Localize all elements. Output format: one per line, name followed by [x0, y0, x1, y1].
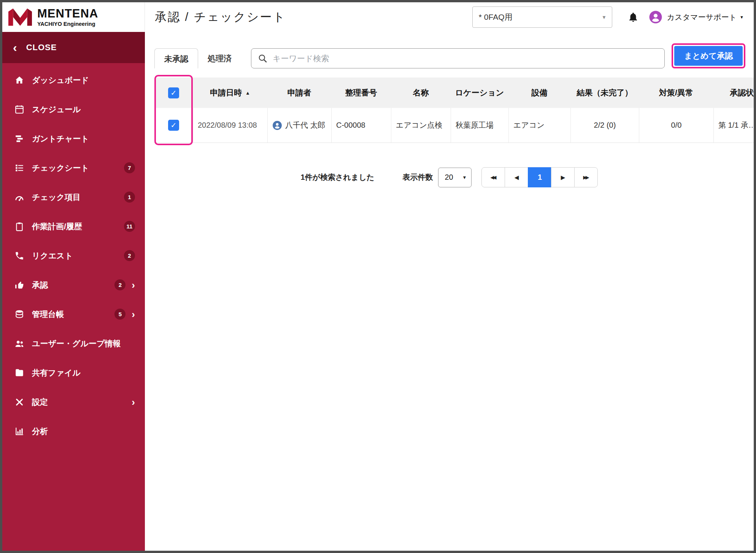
sidebar-item-check-sheet[interactable]: チェックシート 7	[2, 153, 145, 182]
close-label: CLOSE	[26, 43, 57, 52]
main-content: 未承認 処理済 まとめて承認 ✓	[145, 32, 754, 551]
result-count-text: 1件が検索されました	[301, 172, 375, 182]
tools-icon	[14, 397, 25, 407]
tab-unapproved[interactable]: 未承認	[154, 48, 198, 68]
brand-name: MENTENA	[37, 8, 98, 19]
sidebar-item-check-items[interactable]: チェック項目 1	[2, 182, 145, 212]
table-zone: ✓ 申請日時 ▲ 申請者 整理番号 名称 ロケーション 設備 結果（未完了）	[154, 78, 754, 143]
chevron-right-icon: ›	[132, 280, 135, 290]
sidebar-item-approval[interactable]: 承認 2 ›	[2, 270, 145, 299]
cell-applicant: 八千代 太郎	[267, 108, 331, 143]
badge-count: 7	[124, 162, 135, 173]
workspace-select[interactable]: * 0FAQ用 ▼	[472, 6, 612, 28]
chevron-right-icon: ›	[132, 309, 135, 319]
badge-count: 2	[124, 250, 135, 261]
sidebar-close-button[interactable]: ‹ CLOSE	[2, 32, 145, 63]
sidebar-item-gantt-chart[interactable]: ガントチャート	[2, 124, 145, 153]
sidebar-item-shared-files[interactable]: 共有ファイル	[2, 358, 145, 387]
bulk-approve-highlight: まとめて承認	[672, 43, 745, 68]
sidebar-item-management-ledger[interactable]: 管理台帳 5 ›	[2, 299, 145, 329]
cell-location: 秋葉原工場	[451, 108, 508, 143]
thumbs-up-icon	[14, 280, 25, 290]
sidebar-item-analysis[interactable]: 分析	[2, 417, 145, 446]
gauge-icon	[14, 192, 25, 202]
table-row[interactable]: ✓ 2022/08/09 13:08	[154, 108, 754, 143]
users-icon	[14, 339, 25, 349]
per-page-value: 20	[445, 173, 453, 182]
column-header-applicant: 申請者	[267, 78, 331, 108]
topbar: 承認 / チェックシート * 0FAQ用 ▼ カスタマーサポート ▼	[145, 2, 754, 32]
notifications-bell-icon[interactable]	[627, 11, 639, 23]
workspace-select-value: * 0FAQ用	[479, 12, 513, 22]
per-page-select[interactable]: 20 ▼	[438, 168, 472, 187]
clipboard-icon	[14, 222, 25, 231]
user-avatar[interactable]	[649, 10, 662, 24]
caret-down-icon: ▼	[462, 175, 467, 180]
cell-name: エアコン点検	[391, 108, 451, 143]
sidebar-item-dashboard[interactable]: ダッシュボード	[2, 65, 145, 95]
row-checkbox[interactable]: ✓	[168, 120, 179, 131]
cell-ref-no: C-00008	[331, 108, 391, 143]
approval-table: ✓ 申請日時 ▲ 申請者 整理番号 名称 ロケーション 設備 結果（未完了）	[154, 78, 754, 143]
page-title: 承認 / チェックシート	[155, 9, 286, 25]
gantt-bars-icon	[14, 134, 25, 144]
phone-icon	[14, 251, 25, 261]
cell-countermeasure: 0/0	[639, 108, 713, 143]
toolbar: 未承認 処理済 まとめて承認	[154, 43, 754, 68]
cell-date: 2022/08/09 13:08	[193, 108, 267, 143]
select-all-checkbox[interactable]: ✓	[168, 87, 179, 98]
bulk-approve-button[interactable]: まとめて承認	[674, 46, 743, 66]
brand-subtitle: YACHIYO Engineering	[37, 21, 98, 27]
home-icon	[14, 75, 25, 85]
sidebar-item-user-group-info[interactable]: ユーザー・グループ情報	[2, 329, 145, 358]
pagination-page-1[interactable]: 1	[528, 167, 551, 187]
app-window: MENTENA YACHIYO Engineering 承認 / チェックシート…	[2, 2, 754, 551]
list-footer: 1件が検索されました 表示件数 20 ▼ ◀◀ ◀ 1 ▶ ▶▶	[154, 167, 754, 187]
pagination-first-button[interactable]: ◀◀	[481, 167, 505, 187]
checklist-icon	[14, 163, 25, 173]
tab-processed[interactable]: 処理済	[198, 48, 241, 68]
sidebar-item-schedule[interactable]: スケジュール	[2, 95, 145, 124]
chevron-right-icon: ›	[132, 397, 135, 407]
calendar-icon	[14, 105, 25, 114]
pagination: ◀◀ ◀ 1 ▶ ▶▶	[481, 167, 598, 187]
user-menu[interactable]: カスタマーサポート	[667, 12, 737, 22]
table-header-row: ✓ 申請日時 ▲ 申請者 整理番号 名称 ロケーション 設備 結果（未完了）	[154, 78, 754, 108]
sidebar-item-request[interactable]: リクエスト 2	[2, 241, 145, 270]
sidebar: ‹ CLOSE ダッシュボード スケジュール	[2, 32, 145, 551]
cell-equipment: エアコン	[508, 108, 570, 143]
sidebar-item-settings[interactable]: 設定 ›	[2, 387, 145, 417]
search-icon	[258, 54, 268, 63]
column-header-approval-status: 承認状態	[713, 78, 754, 108]
badge-count: 2	[114, 279, 125, 290]
search-input[interactable]	[251, 48, 665, 68]
column-header-name: 名称	[391, 78, 451, 108]
sidebar-item-work-plan-history[interactable]: 作業計画/履歴 11	[2, 212, 145, 241]
column-header-location: ロケーション	[451, 78, 508, 108]
cell-approval-status: 第 1/1 承…	[713, 108, 754, 143]
chevron-left-icon: ‹	[13, 41, 17, 54]
applicant-avatar-icon	[272, 120, 282, 130]
pagination-prev-button[interactable]: ◀	[505, 167, 528, 187]
logo-area: MENTENA YACHIYO Engineering	[2, 2, 145, 32]
caret-down-icon: ▼	[740, 15, 744, 19]
column-header-date[interactable]: 申請日時 ▲	[193, 78, 267, 108]
bar-chart-icon	[14, 426, 25, 436]
folder-icon	[14, 368, 25, 378]
check-icon: ✓	[171, 89, 177, 97]
badge-count: 11	[124, 221, 135, 232]
caret-down-icon: ▼	[602, 14, 607, 20]
column-header-countermeasure: 対策/異常	[639, 78, 713, 108]
column-header-ref-no: 整理番号	[331, 78, 391, 108]
sidebar-menu: ダッシュボード スケジュール ガントチャート	[2, 63, 145, 446]
search-box	[251, 48, 665, 68]
check-icon: ✓	[171, 121, 177, 130]
pagination-last-button[interactable]: ▶▶	[574, 167, 598, 187]
pagination-next-button[interactable]: ▶	[551, 167, 575, 187]
per-page-label: 表示件数	[402, 172, 433, 182]
column-header-result: 結果（未完了）	[570, 78, 639, 108]
badge-count: 5	[114, 309, 125, 320]
mentena-logo-icon	[8, 8, 32, 26]
tab-bar: 未承認 処理済	[154, 48, 241, 68]
database-icon	[14, 309, 25, 319]
